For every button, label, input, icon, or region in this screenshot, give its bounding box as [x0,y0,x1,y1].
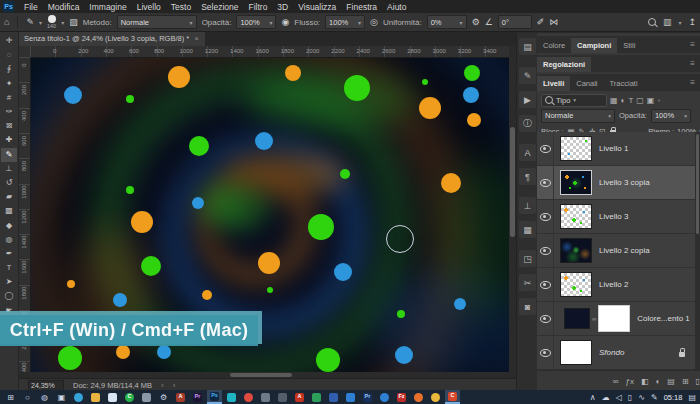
brush-size-picker[interactable]: 140 [47,15,56,30]
brush-angle-input[interactable]: 0° [498,15,532,29]
paragraph-panel-icon[interactable]: ¶ [519,168,536,185]
visibility-cell[interactable] [537,336,554,370]
start-button[interactable]: ⊞ [3,390,18,404]
smoothing-select[interactable]: 0% ▾ [427,15,467,29]
lasso-tool[interactable]: ∮ [1,62,17,76]
eye-icon[interactable] [540,315,551,323]
history-brush-tool[interactable]: ↺ [1,176,17,190]
visibility-cell[interactable] [537,132,554,166]
filter-smart-objects-icon[interactable]: ▣ [647,96,655,105]
layer-mask-icon[interactable]: ◧ [641,377,649,386]
layer-thumbnail[interactable] [560,340,592,365]
new-layer-icon[interactable]: ⊞ [682,377,689,386]
blur-tool[interactable]: ◆ [1,218,17,232]
layer-mask-thumbnail[interactable] [598,305,630,332]
layer-thumbnail[interactable] [564,308,590,329]
layer-name[interactable]: Colore...ento 1 [637,314,689,323]
path-selection-tool[interactable]: ➤ [1,275,17,289]
status-chevron-left-icon[interactable]: ‹ [173,381,176,390]
share-icon[interactable]: ↥ [688,18,696,27]
layer-row[interactable]: Livello 2 copia [537,234,695,268]
opacity-select[interactable]: 100% ▾ [236,15,276,29]
layer-row[interactable]: Livello 2 [537,268,695,302]
photoshop-express-icon[interactable] [224,390,239,404]
menu-item-aiuto[interactable]: Aiuto [387,2,406,12]
eye-icon[interactable] [540,179,551,187]
tab-livelli[interactable]: Livelli [537,76,570,91]
shape-tool[interactable]: ◯ [1,289,17,303]
eyedropper-tool[interactable]: ✑ [1,105,17,119]
battery-icon[interactable]: ▯ [628,393,632,402]
gear-icon[interactable]: ⚙ [472,18,480,27]
edge-icon[interactable] [71,390,86,404]
airbrush-pressure-opacity-icon[interactable]: ◉ [281,18,289,27]
premiere-rush-icon[interactable]: Pr [360,390,375,404]
tab-tracciati[interactable]: Tracciati [604,76,644,91]
app-gray-2-icon[interactable] [275,390,290,404]
word-icon[interactable] [326,390,341,404]
document-tab[interactable]: Senza titolo-1 @ 24,4% (Livello 3 copia,… [18,31,205,46]
layer-thumbnail[interactable] [560,272,592,297]
photoshop-icon[interactable]: Ps [207,390,222,404]
acrobat-icon[interactable]: A [292,390,307,404]
vertical-scrollbar[interactable] [509,57,516,372]
eye-icon[interactable] [540,247,551,255]
history-panel-icon[interactable]: ▤ [519,38,536,55]
brush-tool[interactable]: ✎ [1,148,17,162]
tab-stili[interactable]: Stili [617,38,641,53]
layer-effects-icon[interactable]: ƒx [625,377,633,386]
app-gray-1-icon[interactable] [258,390,273,404]
store-icon[interactable] [105,390,120,404]
filter-pixel-layers-icon[interactable]: ▦ [610,96,618,105]
toggle-brush-panel-icon[interactable]: ▨ [69,18,78,27]
menu-item-3d[interactable]: 3D [277,2,288,12]
brush-preset-icon[interactable]: ✎ [26,18,34,27]
mail-icon[interactable] [343,390,358,404]
layer-thumbnail[interactable] [560,204,592,229]
search-icon[interactable] [648,18,656,26]
this-pc-icon[interactable] [139,390,154,404]
timeline-panel-icon[interactable]: ◳ [519,250,536,267]
symmetry-icon[interactable]: ⋈ [549,18,558,27]
horizontal-scrollbar-thumb[interactable] [230,373,292,377]
tab-colore[interactable]: Colore [537,38,571,53]
layer-blend-mode-select[interactable]: Normale ▾ [541,109,615,123]
layer-thumbnail[interactable] [560,136,592,161]
blend-method-select[interactable]: Normale ▾ [117,15,197,29]
menu-item-livello[interactable]: Livello [137,2,161,12]
layer-thumbnail[interactable] [560,238,592,263]
excel-icon[interactable] [309,390,324,404]
layer-row[interactable]: Livello 1 [537,132,695,166]
visibility-cell[interactable] [537,302,554,336]
visibility-cell[interactable] [537,200,554,234]
layers-scrollbar[interactable] [695,132,700,370]
filter-shape-layers-icon[interactable]: ▢ [636,96,644,105]
chevron-down-icon[interactable]: ▾ [61,19,64,26]
flow-select[interactable]: 100% ▾ [325,15,365,29]
onedrive-tray-icon[interactable]: ☁ [602,393,610,402]
settings-icon[interactable]: ⚙ [156,390,171,404]
menu-item-selezione[interactable]: Selezione [201,2,238,12]
menu-item-testo[interactable]: Testo [171,2,191,12]
crop-tool[interactable]: # [1,91,17,105]
layer-name[interactable]: Livello 3 copia [599,178,650,187]
eraser-tool[interactable]: ▰ [1,190,17,204]
notification-center-icon[interactable]: ▤ [688,393,696,402]
layers-scrollbar-thumb[interactable] [696,134,699,234]
panel-menu-icon[interactable]: ≡ [690,40,695,49]
clock[interactable]: 05:18 [664,393,683,402]
filter-type-layers-icon[interactable]: T [628,96,633,105]
info-panel-icon[interactable]: ⓘ [519,115,536,132]
layer-group-icon[interactable]: ▤ [667,377,675,386]
dodge-tool[interactable]: ◍ [1,233,17,247]
clone-source-panel-icon[interactable]: ⊥ [519,197,536,214]
properties-panel-icon[interactable]: ▦ [519,221,536,238]
tab-campioni[interactable]: Campioni [571,38,617,53]
zoom-level-input[interactable]: 24,35% [28,380,64,391]
marquee-tool[interactable]: ◌ [1,48,17,62]
camera-raw-panel-icon[interactable]: ◙ [519,298,536,315]
menu-item-modifica[interactable]: Modifica [48,2,80,12]
layer-thumbnail[interactable] [560,170,592,195]
eye-icon[interactable] [540,349,551,357]
layer-name[interactable]: Livello 2 [599,280,628,289]
